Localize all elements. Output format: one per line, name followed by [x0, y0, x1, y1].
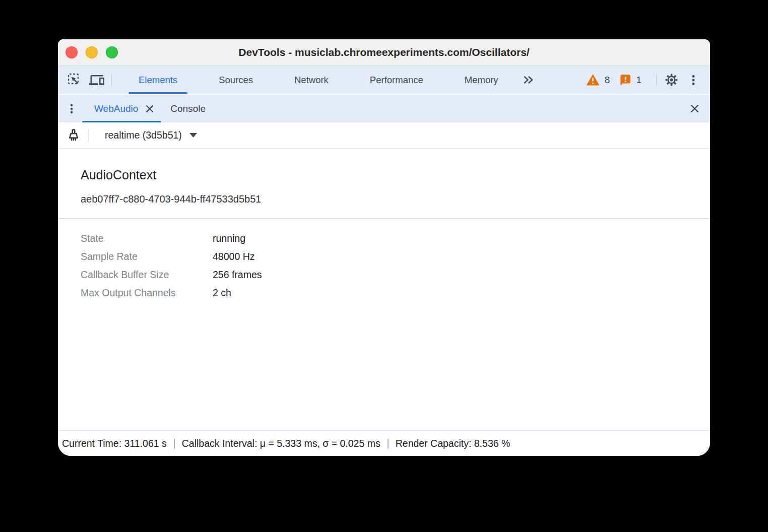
status-callback-interval: Callback Interval: μ = 5.333 ms, σ = 0.0…	[182, 438, 380, 449]
audio-context-selector[interactable]: realtime (3d5b51)	[95, 129, 197, 141]
property-label: Max Output Channels	[81, 284, 213, 302]
status-separator	[388, 439, 389, 449]
table-row: Callback Buffer Size 256 frames	[81, 265, 710, 284]
close-webaudio-tab-button[interactable]	[144, 103, 155, 114]
webaudio-panel-content: AudioContext aeb07ff7-c880-4703-944b-ff4…	[58, 149, 710, 430]
issues-indicator[interactable]: 1	[618, 74, 642, 87]
kebab-menu-icon	[687, 74, 700, 87]
close-drawer-button[interactable]	[686, 100, 703, 117]
devtools-window: DevTools - musiclab.chromeexperiments.co…	[58, 39, 710, 456]
tab-console[interactable]: Console	[161, 95, 215, 122]
status-render-capacity: Render Capacity: 8.536 %	[396, 438, 510, 449]
window-titlebar[interactable]: DevTools - musiclab.chromeexperiments.co…	[58, 39, 710, 66]
table-row: State running	[81, 229, 710, 247]
toolbar-divider	[88, 129, 89, 142]
context-selector-label: realtime (3d5b51)	[105, 129, 182, 141]
warnings-indicator[interactable]: 8	[586, 73, 610, 87]
property-value: 2 ch	[213, 284, 231, 302]
issue-bubble-icon	[618, 74, 631, 87]
tab-sources[interactable]: Sources	[209, 66, 263, 94]
tab-elements[interactable]: Elements	[129, 66, 187, 94]
device-toolbar-icon	[89, 73, 104, 88]
devtools-main-toolbar: Elements Sources Network Performance Mem…	[58, 66, 710, 95]
issue-count: 1	[636, 75, 642, 86]
window-title: DevTools - musiclab.chromeexperiments.co…	[238, 46, 529, 58]
property-label: State	[81, 229, 213, 247]
tab-performance[interactable]: Performance	[360, 66, 433, 94]
chevron-double-right-icon	[522, 73, 535, 87]
tab-webaudio-label: WebAudio	[94, 103, 138, 114]
close-window-button[interactable]	[66, 46, 78, 58]
inspect-cursor-icon	[67, 73, 82, 88]
warning-count: 8	[605, 75, 610, 86]
tab-memory[interactable]: Memory	[455, 66, 508, 94]
more-tabs-button[interactable]	[520, 72, 537, 89]
table-row: Max Output Channels 2 ch	[81, 284, 710, 302]
inspect-element-button[interactable]	[66, 72, 83, 89]
table-row: Sample Rate 48000 Hz	[81, 247, 710, 265]
broom-clear-icon	[66, 127, 82, 144]
section-divider	[58, 218, 710, 219]
context-properties-table: State running Sample Rate 48000 Hz Callb…	[81, 229, 710, 302]
property-label: Sample Rate	[81, 247, 213, 265]
toolbar-divider	[111, 74, 112, 87]
status-separator	[174, 439, 175, 449]
close-icon	[688, 102, 701, 115]
warning-triangle-icon	[586, 73, 600, 87]
tab-console-label: Console	[170, 103, 206, 114]
clear-button[interactable]	[65, 127, 82, 144]
kebab-menu-icon	[66, 103, 78, 115]
gear-icon	[664, 73, 679, 87]
property-value: running	[213, 229, 245, 247]
context-type-heading: AudioContext	[81, 168, 710, 182]
toolbar-divider	[656, 74, 657, 87]
property-label: Callback Buffer Size	[81, 265, 213, 284]
status-current-time: Current Time: 311.061 s	[62, 438, 167, 449]
customize-devtools-button[interactable]	[685, 72, 702, 89]
tab-webaudio[interactable]: WebAudio	[82, 95, 161, 122]
main-panel-tabs: Elements Sources Network Performance Mem…	[118, 66, 519, 94]
settings-button[interactable]	[663, 72, 680, 89]
traffic-lights	[66, 39, 118, 65]
drawer-tabbar: WebAudio Console	[58, 95, 710, 122]
webaudio-toolbar: realtime (3d5b51)	[58, 122, 710, 149]
minimize-window-button[interactable]	[86, 46, 98, 58]
zoom-window-button[interactable]	[106, 46, 118, 58]
drawer-menu-button[interactable]	[65, 100, 78, 117]
desktop-background: DevTools - musiclab.chromeexperiments.co…	[0, 0, 768, 532]
context-uuid: aeb07ff7-c880-4703-944b-ff47533d5b51	[81, 193, 710, 205]
property-value: 48000 Hz	[213, 247, 254, 265]
tab-network[interactable]: Network	[284, 66, 339, 94]
chevron-down-icon	[189, 133, 197, 138]
webaudio-status-bar: Current Time: 311.061 s Callback Interva…	[58, 430, 710, 456]
property-value: 256 frames	[213, 265, 262, 284]
toggle-device-toolbar-button[interactable]	[88, 72, 105, 89]
